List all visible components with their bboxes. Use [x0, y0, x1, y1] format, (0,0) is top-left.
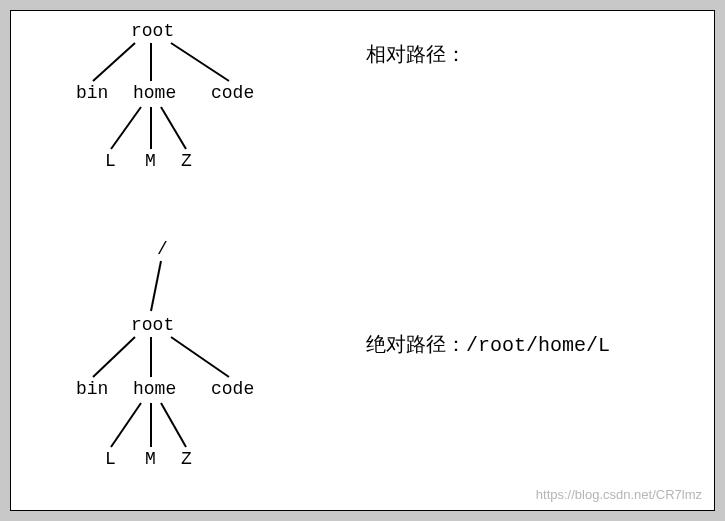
tree2-Z: Z: [181, 449, 192, 469]
tree1-M: M: [145, 151, 156, 171]
tree2-L: L: [105, 449, 116, 469]
tree1-edges: [11, 11, 714, 510]
tree1-L: L: [105, 151, 116, 171]
tree1-Z: Z: [181, 151, 192, 171]
absolute-path-label: 绝对路径：/root/home/L: [366, 331, 610, 358]
tree2-bin: bin: [76, 379, 108, 399]
svg-line-0: [93, 43, 135, 81]
tree1-bin: bin: [76, 83, 108, 103]
tree2-root: root: [131, 315, 174, 335]
watermark-text: https://blog.csdn.net/CR7lmz: [536, 487, 702, 502]
tree1-root: root: [131, 21, 174, 41]
svg-line-6: [151, 261, 161, 311]
relative-path-label: 相对路径：: [366, 41, 466, 68]
tree2-home: home: [133, 379, 176, 399]
tree1-code: code: [211, 83, 254, 103]
svg-line-12: [161, 403, 186, 447]
tree2-slash: /: [157, 239, 168, 259]
svg-line-10: [111, 403, 141, 447]
svg-line-2: [171, 43, 229, 81]
svg-line-3: [111, 107, 141, 149]
tree2-edges: [11, 11, 714, 510]
tree2-M: M: [145, 449, 156, 469]
svg-line-5: [161, 107, 186, 149]
svg-line-9: [171, 337, 229, 377]
svg-line-7: [93, 337, 135, 377]
diagram-frame: root bin home code L M Z 相对路径： / root bi…: [10, 10, 715, 511]
tree2-code: code: [211, 379, 254, 399]
tree1-home: home: [133, 83, 176, 103]
